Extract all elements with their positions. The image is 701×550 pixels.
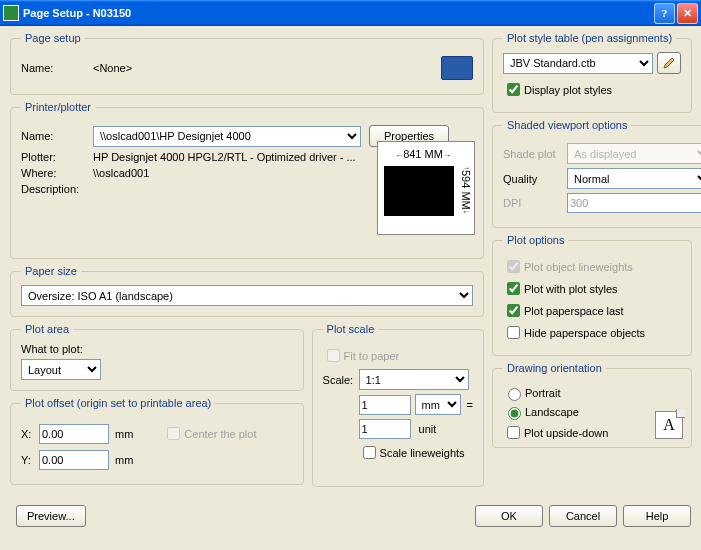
hide-paperspace-checkbox[interactable] — [507, 326, 520, 339]
paper-preview: ←841 MM→ ↑594 MM↓ — [377, 141, 475, 235]
ok-button[interactable]: OK — [475, 505, 543, 527]
display-plot-styles-checkbox[interactable] — [507, 83, 520, 96]
portrait-radio[interactable] — [508, 388, 521, 401]
x-label: X: — [21, 428, 39, 440]
window-title: Page Setup - N03150 — [23, 7, 652, 19]
printer-name-select[interactable]: \\oslcad001\HP Designjet 4000 — [93, 126, 361, 147]
plot-area-group: Plot area What to plot: Layout — [10, 323, 304, 391]
scale-den-input[interactable] — [359, 419, 411, 439]
equals-label: = — [467, 399, 473, 411]
scale-select[interactable]: 1:1 — [359, 369, 469, 390]
plot-scale-group: Plot scale Fit to paper Scale: 1:1 — [312, 323, 484, 487]
printer-plotter-group: Printer/plotter Name: \\oslcad001\HP Des… — [10, 101, 484, 259]
plot-scale-legend: Plot scale — [323, 323, 379, 335]
display-plot-styles-label: Display plot styles — [524, 84, 612, 96]
fit-to-paper-checkbox — [327, 349, 340, 362]
pencil-icon — [662, 56, 676, 70]
page-setup-group: Page setup Name: <None> — [10, 32, 484, 95]
where-value: \\oslcad001 — [93, 167, 149, 179]
plot-paperspace-last-checkbox[interactable] — [507, 304, 520, 317]
what-to-plot-label: What to plot: — [21, 343, 293, 355]
page-setup-legend: Page setup — [21, 32, 85, 44]
edit-plot-style-button[interactable] — [657, 52, 681, 74]
plot-offset-group: Plot offset (origin set to printable are… — [10, 397, 304, 485]
dwg-props-icon[interactable] — [441, 56, 473, 80]
shaded-legend: Shaded viewport options — [503, 119, 631, 131]
app-icon — [3, 5, 19, 21]
center-plot-label: Center the plot — [184, 428, 256, 440]
shaded-viewport-group: Shaded viewport options Shade plot As di… — [492, 119, 701, 228]
plot-with-styles-checkbox[interactable] — [507, 282, 520, 295]
paper-size-select[interactable]: Oversize: ISO A1 (landscape) — [21, 285, 473, 306]
plot-lineweights-checkbox — [507, 260, 520, 273]
printer-legend: Printer/plotter — [21, 101, 95, 113]
upside-down-checkbox[interactable] — [507, 426, 520, 439]
printer-name-label: Name: — [21, 130, 93, 142]
where-label: Where: — [21, 167, 93, 179]
scale-lineweights-checkbox[interactable] — [363, 446, 376, 459]
description-label: Description: — [21, 183, 93, 195]
plot-style-group: Plot style table (pen assignments) JBV S… — [492, 32, 692, 113]
y-mm: mm — [115, 454, 133, 466]
quality-select[interactable]: Normal — [567, 168, 701, 189]
plotter-label: Plotter: — [21, 151, 93, 163]
shade-plot-label: Shade plot — [503, 148, 567, 160]
center-plot-checkbox — [167, 427, 180, 440]
plot-options-legend: Plot options — [503, 234, 568, 246]
unit-label: unit — [419, 423, 437, 435]
paper-size-group: Paper size Oversize: ISO A1 (landscape) — [10, 265, 484, 317]
page-setup-name: <None> — [93, 62, 132, 74]
name-label: Name: — [21, 62, 93, 74]
scale-lineweights-label: Scale lineweights — [380, 447, 465, 459]
cancel-button[interactable]: Cancel — [549, 505, 617, 527]
landscape-radio[interactable] — [508, 407, 521, 420]
plot-area-legend: Plot area — [21, 323, 73, 335]
preview-button[interactable]: Preview... — [16, 505, 86, 527]
scale-unit-select[interactable]: mm — [415, 394, 461, 415]
quality-label: Quality — [503, 173, 567, 185]
scale-num-input[interactable] — [359, 395, 411, 415]
what-to-plot-select[interactable]: Layout — [21, 359, 101, 380]
y-input[interactable] — [39, 450, 109, 470]
paper-size-legend: Paper size — [21, 265, 81, 277]
plot-offset-legend: Plot offset (origin set to printable are… — [21, 397, 215, 409]
shade-plot-select: As displayed — [567, 143, 701, 164]
dpi-input — [567, 193, 701, 213]
fit-to-paper-label: Fit to paper — [344, 350, 400, 362]
orientation-legend: Drawing orientation — [503, 362, 606, 374]
dpi-label: DPI — [503, 197, 567, 209]
plot-style-select[interactable]: JBV Standard.ctb — [503, 53, 653, 74]
orientation-group: Drawing orientation Portrait Landscape P… — [492, 362, 692, 448]
close-button[interactable]: ✕ — [677, 3, 698, 24]
x-mm: mm — [115, 428, 133, 440]
plot-style-legend: Plot style table (pen assignments) — [503, 32, 676, 44]
scale-label: Scale: — [323, 374, 359, 386]
titlebar: Page Setup - N03150 ? ✕ — [0, 0, 701, 26]
help-button[interactable]: Help — [623, 505, 691, 527]
plotter-value: HP Designjet 4000 HPGL2/RTL - Optimized … — [93, 151, 356, 163]
x-input[interactable] — [39, 424, 109, 444]
orientation-icon: A — [655, 411, 683, 439]
plot-options-group: Plot options Plot object lineweights Plo… — [492, 234, 692, 356]
help-titlebar-button[interactable]: ? — [654, 3, 675, 24]
y-label: Y: — [21, 454, 39, 466]
